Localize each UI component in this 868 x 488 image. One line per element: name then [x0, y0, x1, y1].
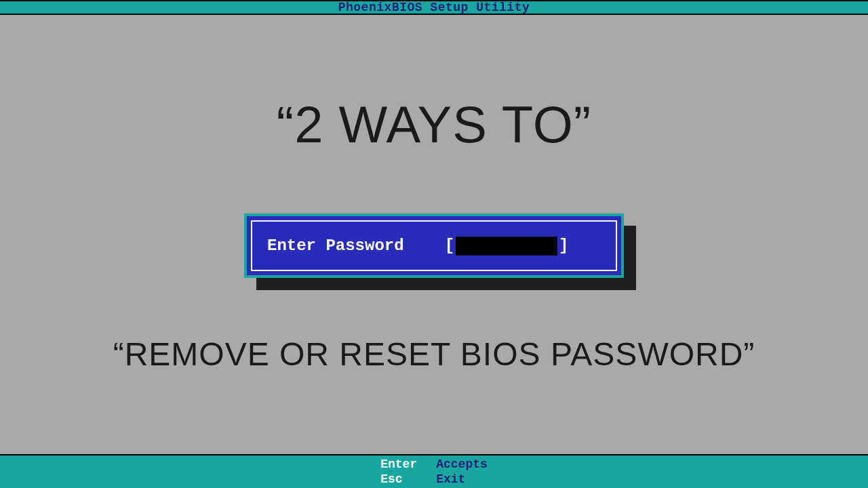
hint-key-esc: Esc [380, 472, 417, 487]
bios-footer-bar: Enter Accepts Esc Exit [0, 454, 868, 488]
password-dialog: Enter Password [ ] [244, 214, 624, 278]
hint-action-exit: Exit [436, 472, 488, 487]
bios-title-bar: PhoenixBIOS Setup Utility [0, 0, 868, 15]
hint-action-accepts: Accepts [436, 457, 488, 472]
password-field-wrap[interactable]: [ ] [445, 237, 569, 256]
password-label: Enter Password [267, 237, 404, 255]
password-dialog-wrap: Enter Password [ ] [244, 214, 624, 278]
key-hints: Enter Accepts Esc Exit [380, 457, 488, 487]
bios-title: PhoenixBIOS Setup Utility [338, 1, 530, 14]
password-dialog-inner: Enter Password [ ] [251, 220, 617, 271]
bracket-open: [ [445, 237, 454, 255]
overlay-headline-1: “2 WAYS TO” [0, 95, 868, 154]
hint-key-enter: Enter [380, 457, 417, 472]
bracket-close: ] [559, 237, 568, 255]
password-input[interactable] [456, 237, 557, 256]
overlay-headline-2: “REMOVE OR RESET BIOS PASSWORD” [0, 336, 868, 373]
